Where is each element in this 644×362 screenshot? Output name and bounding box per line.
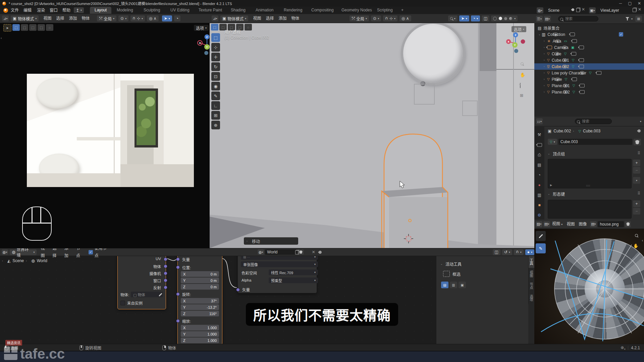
node-texture-coordinate[interactable]: UV 物体 摄像机 窗口 反射 物体: ▢ 物体 来自实例 xyxy=(117,250,166,309)
tab-render-icon[interactable] xyxy=(535,141,544,149)
tab-animation[interactable]: Animation xyxy=(256,6,273,14)
workspace-add-icon[interactable]: ↥ ▾ xyxy=(74,7,84,13)
scene-unlink-icon[interactable]: ✕ xyxy=(582,7,585,12)
mesh-browse-icon[interactable]: ▽▾ xyxy=(548,139,557,145)
socket-scale[interactable] xyxy=(176,319,180,323)
annotate-tool[interactable]: ✎ xyxy=(536,243,546,253)
selected-arch-object[interactable] xyxy=(210,14,534,248)
rot-x-field[interactable]: X37° xyxy=(181,298,219,304)
disable-render-icon[interactable] xyxy=(596,71,601,75)
colorspace-dropdown[interactable]: 线性 Rec.709▾ xyxy=(269,269,318,275)
tool-select-box-icon[interactable]: ⬚ xyxy=(211,33,220,42)
select-invert-variant-icon[interactable]: ⬚ xyxy=(38,24,45,31)
tool-measure-icon[interactable]: ∟ xyxy=(211,101,220,110)
vp-menu-object[interactable]: 物体 xyxy=(291,14,299,23)
outliner-row-area[interactable]: ›☀Area▭ xyxy=(534,38,644,44)
node-auto-offset-toggle[interactable]: ↺▾ xyxy=(502,249,512,255)
rot-z-field[interactable]: Z116° xyxy=(181,311,219,316)
tab-add[interactable]: + xyxy=(401,6,404,14)
disable-render-icon[interactable] xyxy=(579,46,584,49)
pivot-select[interactable]: ⊙▾ xyxy=(118,15,128,21)
shading-solid-icon[interactable]: ◔ xyxy=(174,15,180,21)
sidebar-collapse-arrow[interactable]: ‹ xyxy=(642,239,643,242)
editor-type-3dview-icon[interactable]: ⊿▾ xyxy=(212,15,218,21)
editor-type-image-icon[interactable]: ▨▾ xyxy=(536,221,542,227)
vp-menu-select[interactable]: 选择 xyxy=(56,14,64,23)
gizmo-toggle[interactable]: ➤▾ xyxy=(459,15,469,21)
img-menu-image[interactable]: 图像 xyxy=(579,220,587,229)
properties-search-input[interactable] xyxy=(575,119,612,124)
use-nodes-checkbox[interactable]: ✓ xyxy=(89,250,93,254)
tool-transform-icon[interactable]: ◉ xyxy=(211,82,220,90)
workspace-settings-icon[interactable]: ▤ xyxy=(441,282,448,288)
zoom-icon[interactable] xyxy=(521,62,524,66)
crumb-scene[interactable]: Scene xyxy=(12,258,24,263)
active-tool-cursor-icon[interactable]: ➤ xyxy=(3,24,11,32)
breadcrumb-object[interactable]: Cube.002 xyxy=(553,129,571,133)
image-mode-select[interactable]: 视图 ▾ xyxy=(552,220,562,229)
socket-rotation[interactable] xyxy=(176,292,180,296)
pan-hand-icon[interactable]: ✋ xyxy=(633,243,639,248)
overlays-toggle[interactable]: ◔▾ xyxy=(471,15,480,21)
filter-icon[interactable] xyxy=(626,17,629,20)
vp-menu-object[interactable]: 物体 xyxy=(82,14,90,23)
vp-menu-add[interactable]: 添加 xyxy=(278,14,286,23)
mode-select[interactable]: ▣物体模式▾ xyxy=(11,15,39,21)
tab-world-icon[interactable]: ● xyxy=(535,181,544,189)
vp-menu-select[interactable]: 选择 xyxy=(266,14,274,23)
tab-tool-icon[interactable]: ⚒ xyxy=(535,131,544,139)
outliner-row-camera[interactable]: ›Camera▣ xyxy=(534,44,644,51)
outliner-row-plane001[interactable]: ›▽Plane.001▽ xyxy=(534,82,644,89)
menu-render[interactable]: 渲染 xyxy=(37,6,45,15)
scl-x-field[interactable]: X1.000 xyxy=(181,325,219,330)
editor-type-properties-icon[interactable]: ⚏▾ xyxy=(536,118,543,124)
node-snap-toggle[interactable]: ∪▾ xyxy=(514,249,524,255)
shape-key-add-button[interactable]: + xyxy=(633,200,640,207)
brush-settings-icon[interactable]: ▣ xyxy=(459,282,466,288)
maximize-button[interactable]: ▢ xyxy=(625,1,635,6)
zoom-icon[interactable] xyxy=(635,233,638,238)
scene-copy-icon[interactable] xyxy=(576,8,580,12)
new-collection-button[interactable]: ⊞ xyxy=(635,16,642,22)
select-box-variant-icon[interactable]: ⬚ xyxy=(211,24,218,31)
scene-browse-icon[interactable]: ◍▾ xyxy=(537,7,543,13)
camera-view-icon[interactable] xyxy=(520,83,521,88)
node-overlay-toggle[interactable]: ◫ xyxy=(493,249,500,255)
hide-eye-icon[interactable] xyxy=(580,71,585,75)
tab-rendering[interactable]: Rendering xyxy=(284,6,302,14)
disable-render-icon[interactable] xyxy=(580,90,585,94)
vertex-group-specials-button[interactable]: ▾ xyxy=(633,177,640,184)
socket-reflection[interactable] xyxy=(164,286,167,289)
socket-location[interactable] xyxy=(176,265,180,269)
loc-x-field[interactable]: X0 m xyxy=(181,271,219,277)
vertex-group-add-button[interactable]: + xyxy=(633,160,640,166)
visibility-dropdown[interactable]: ▾ xyxy=(448,15,458,21)
menu-help[interactable]: 帮助 xyxy=(62,6,70,15)
reference-image-fan[interactable]: ✋ ‹ xyxy=(534,229,644,344)
snap-toggle[interactable]: ∪⊹▾ xyxy=(383,15,397,21)
socket-uv[interactable] xyxy=(164,257,167,261)
disable-render-icon[interactable] xyxy=(572,39,577,43)
node-environment-texture[interactable]: ▤ ···▾ 单张图像▾ 色彩空间 线性 Rec.709▾ Alpha 预乘型▾… xyxy=(237,250,317,293)
tab-modifier-icon[interactable]: ⚙ xyxy=(535,211,544,219)
tab-collection-icon[interactable]: ▥ xyxy=(535,191,544,199)
node-mapping[interactable]: 矢量 位置: X0 m Y0 m Z0 m 旋转: X37° Y-13.2° Z… xyxy=(177,250,222,344)
vertex-groups-panel-header[interactable]: ⌄顶点组 xyxy=(548,151,565,157)
socket-window[interactable] xyxy=(164,279,167,282)
viewport-main[interactable]: ⊿▾ ▣物体模式▾ 视图 选择 添加 物体 ⤱全局▾ ⊙▾ ∪⊹▾ ◎ ∧ ▾ … xyxy=(210,14,535,248)
editor-type-3dview-icon[interactable]: ⊿▾ xyxy=(2,15,9,21)
sample-eyedropper-tool[interactable] xyxy=(536,231,546,241)
world-unlink-icon[interactable]: ✕ xyxy=(312,250,315,254)
tool-annotate-icon[interactable]: ✎ xyxy=(211,92,220,100)
shading-material-icon[interactable] xyxy=(504,17,507,20)
scene-selector[interactable]: Scene xyxy=(546,7,574,13)
disable-render-icon[interactable] xyxy=(580,84,585,87)
sh-menu-node[interactable]: 节点 xyxy=(76,248,84,259)
viewlayer-unlink-icon[interactable]: ✕ xyxy=(638,7,641,12)
image-fake-user-button[interactable] xyxy=(625,221,631,227)
menu-edit[interactable]: 编辑 xyxy=(23,6,32,15)
shape-key-remove-button[interactable]: − xyxy=(633,208,640,215)
socket-vector-in[interactable] xyxy=(176,257,180,261)
sh-menu-select[interactable]: 选择 xyxy=(53,248,60,259)
tab-uv-editing[interactable]: UV Editing xyxy=(170,6,190,14)
